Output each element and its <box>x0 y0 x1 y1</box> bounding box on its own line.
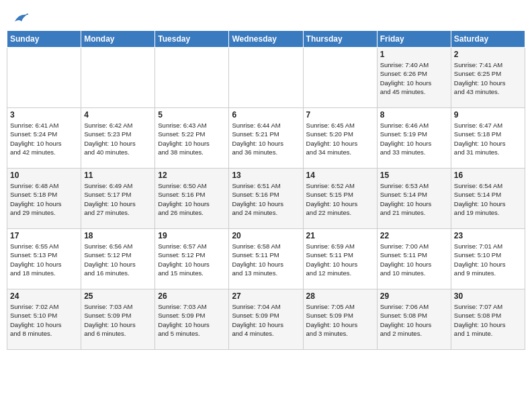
day-number: 9 <box>454 110 522 120</box>
calendar-cell <box>303 48 377 108</box>
calendar-cell: 22Sunrise: 7:00 AM Sunset: 5:11 PM Dayli… <box>377 229 451 289</box>
day-info: Sunrise: 7:03 AM Sunset: 5:09 PM Dayligh… <box>84 302 152 338</box>
calendar-cell: 10Sunrise: 6:48 AM Sunset: 5:18 PM Dayli… <box>7 169 81 229</box>
day-number: 14 <box>306 171 374 180</box>
day-info: Sunrise: 6:59 AM Sunset: 5:11 PM Dayligh… <box>306 242 374 277</box>
day-info: Sunrise: 6:43 AM Sunset: 5:22 PM Dayligh… <box>158 121 226 156</box>
calendar-cell: 18Sunrise: 6:56 AM Sunset: 5:12 PM Dayli… <box>81 229 155 289</box>
column-header-friday: Friday <box>377 31 451 48</box>
day-number: 29 <box>380 291 448 301</box>
day-number: 5 <box>158 110 226 120</box>
day-info: Sunrise: 7:40 AM Sunset: 6:26 PM Dayligh… <box>380 60 448 96</box>
day-info: Sunrise: 7:00 AM Sunset: 5:11 PM Dayligh… <box>380 242 448 277</box>
calendar-cell: 7Sunrise: 6:45 AM Sunset: 5:20 PM Daylig… <box>303 108 377 169</box>
calendar-cell: 25Sunrise: 7:03 AM Sunset: 5:09 PM Dayli… <box>81 289 155 350</box>
day-number: 30 <box>454 291 522 301</box>
column-header-thursday: Thursday <box>303 31 377 48</box>
day-info: Sunrise: 7:06 AM Sunset: 5:08 PM Dayligh… <box>380 302 448 338</box>
calendar-cell: 27Sunrise: 7:04 AM Sunset: 5:09 PM Dayli… <box>229 289 303 350</box>
day-info: Sunrise: 6:41 AM Sunset: 5:24 PM Dayligh… <box>10 121 78 156</box>
column-header-tuesday: Tuesday <box>155 31 229 48</box>
calendar-cell: 11Sunrise: 6:49 AM Sunset: 5:17 PM Dayli… <box>81 169 155 229</box>
calendar-cell: 30Sunrise: 7:07 AM Sunset: 5:08 PM Dayli… <box>451 289 525 350</box>
day-number: 24 <box>10 291 78 301</box>
day-info: Sunrise: 7:03 AM Sunset: 5:09 PM Dayligh… <box>158 302 226 338</box>
day-info: Sunrise: 6:58 AM Sunset: 5:11 PM Dayligh… <box>232 242 300 277</box>
calendar-cell: 23Sunrise: 7:01 AM Sunset: 5:10 PM Dayli… <box>451 229 525 289</box>
day-number: 19 <box>158 231 226 240</box>
day-info: Sunrise: 6:49 AM Sunset: 5:17 PM Dayligh… <box>84 181 152 217</box>
day-number: 8 <box>380 110 448 120</box>
calendar-cell: 29Sunrise: 7:06 AM Sunset: 5:08 PM Dayli… <box>377 289 451 350</box>
calendar-table: SundayMondayTuesdayWednesdayThursdayFrid… <box>7 30 525 350</box>
day-number: 25 <box>84 291 152 301</box>
calendar-cell: 13Sunrise: 6:51 AM Sunset: 5:16 PM Dayli… <box>229 169 303 229</box>
day-info: Sunrise: 6:51 AM Sunset: 5:16 PM Dayligh… <box>232 181 300 217</box>
calendar-cell <box>155 48 229 108</box>
day-number: 21 <box>306 231 374 240</box>
calendar-cell <box>7 48 81 108</box>
calendar-cell: 15Sunrise: 6:53 AM Sunset: 5:14 PM Dayli… <box>377 169 451 229</box>
day-number: 15 <box>380 171 448 180</box>
day-info: Sunrise: 7:05 AM Sunset: 5:09 PM Dayligh… <box>306 302 374 338</box>
day-info: Sunrise: 6:46 AM Sunset: 5:19 PM Dayligh… <box>380 121 448 156</box>
day-info: Sunrise: 6:50 AM Sunset: 5:16 PM Dayligh… <box>158 181 226 217</box>
day-number: 12 <box>158 171 226 180</box>
calendar-cell: 3Sunrise: 6:41 AM Sunset: 5:24 PM Daylig… <box>7 108 81 169</box>
logo <box>12 9 28 22</box>
calendar-cell: 8Sunrise: 6:46 AM Sunset: 5:19 PM Daylig… <box>377 108 451 169</box>
calendar-cell <box>229 48 303 108</box>
calendar-cell: 12Sunrise: 6:50 AM Sunset: 5:16 PM Dayli… <box>155 169 229 229</box>
calendar-cell: 6Sunrise: 6:44 AM Sunset: 5:21 PM Daylig… <box>229 108 303 169</box>
day-info: Sunrise: 6:44 AM Sunset: 5:21 PM Dayligh… <box>232 121 300 156</box>
day-info: Sunrise: 6:45 AM Sunset: 5:20 PM Dayligh… <box>306 121 374 156</box>
calendar-cell: 5Sunrise: 6:43 AM Sunset: 5:22 PM Daylig… <box>155 108 229 169</box>
day-number: 22 <box>380 231 448 240</box>
calendar-cell: 14Sunrise: 6:52 AM Sunset: 5:15 PM Dayli… <box>303 169 377 229</box>
day-info: Sunrise: 6:47 AM Sunset: 5:18 PM Dayligh… <box>454 121 522 156</box>
day-info: Sunrise: 7:07 AM Sunset: 5:08 PM Dayligh… <box>454 302 522 338</box>
calendar-cell: 9Sunrise: 6:47 AM Sunset: 5:18 PM Daylig… <box>451 108 525 169</box>
day-number: 1 <box>380 50 448 59</box>
calendar-cell: 21Sunrise: 6:59 AM Sunset: 5:11 PM Dayli… <box>303 229 377 289</box>
column-header-saturday: Saturday <box>451 31 525 48</box>
calendar-cell: 28Sunrise: 7:05 AM Sunset: 5:09 PM Dayli… <box>303 289 377 350</box>
logo-bird-icon <box>13 12 28 24</box>
day-info: Sunrise: 6:53 AM Sunset: 5:14 PM Dayligh… <box>380 181 448 217</box>
calendar-cell: 26Sunrise: 7:03 AM Sunset: 5:09 PM Dayli… <box>155 289 229 350</box>
day-number: 28 <box>306 291 374 301</box>
page-header <box>7 7 525 25</box>
calendar-cell: 4Sunrise: 6:42 AM Sunset: 5:23 PM Daylig… <box>81 108 155 169</box>
day-info: Sunrise: 6:54 AM Sunset: 5:14 PM Dayligh… <box>454 181 522 217</box>
day-info: Sunrise: 7:02 AM Sunset: 5:10 PM Dayligh… <box>10 302 78 338</box>
day-number: 27 <box>232 291 300 301</box>
day-info: Sunrise: 6:56 AM Sunset: 5:12 PM Dayligh… <box>84 242 152 277</box>
day-info: Sunrise: 7:41 AM Sunset: 6:25 PM Dayligh… <box>454 60 522 96</box>
day-number: 23 <box>454 231 522 240</box>
day-number: 11 <box>84 171 152 180</box>
day-number: 17 <box>10 231 78 240</box>
day-info: Sunrise: 6:55 AM Sunset: 5:13 PM Dayligh… <box>10 242 78 277</box>
day-number: 10 <box>10 171 78 180</box>
day-number: 20 <box>232 231 300 240</box>
calendar-cell: 1Sunrise: 7:40 AM Sunset: 6:26 PM Daylig… <box>377 48 451 108</box>
calendar-cell: 2Sunrise: 7:41 AM Sunset: 6:25 PM Daylig… <box>451 48 525 108</box>
column-header-sunday: Sunday <box>7 31 81 48</box>
day-number: 7 <box>306 110 374 120</box>
day-info: Sunrise: 6:52 AM Sunset: 5:15 PM Dayligh… <box>306 181 374 217</box>
day-info: Sunrise: 6:42 AM Sunset: 5:23 PM Dayligh… <box>84 121 152 156</box>
column-header-wednesday: Wednesday <box>229 31 303 48</box>
calendar-cell: 17Sunrise: 6:55 AM Sunset: 5:13 PM Dayli… <box>7 229 81 289</box>
calendar-cell: 16Sunrise: 6:54 AM Sunset: 5:14 PM Dayli… <box>451 169 525 229</box>
day-number: 18 <box>84 231 152 240</box>
day-number: 16 <box>454 171 522 180</box>
day-number: 26 <box>158 291 226 301</box>
calendar-cell: 24Sunrise: 7:02 AM Sunset: 5:10 PM Dayli… <box>7 289 81 350</box>
day-info: Sunrise: 6:48 AM Sunset: 5:18 PM Dayligh… <box>10 181 78 217</box>
logo-general <box>12 9 28 25</box>
calendar-cell: 20Sunrise: 6:58 AM Sunset: 5:11 PM Dayli… <box>229 229 303 289</box>
column-header-monday: Monday <box>81 31 155 48</box>
day-number: 13 <box>232 171 300 180</box>
day-info: Sunrise: 6:57 AM Sunset: 5:12 PM Dayligh… <box>158 242 226 277</box>
day-number: 2 <box>454 50 522 59</box>
